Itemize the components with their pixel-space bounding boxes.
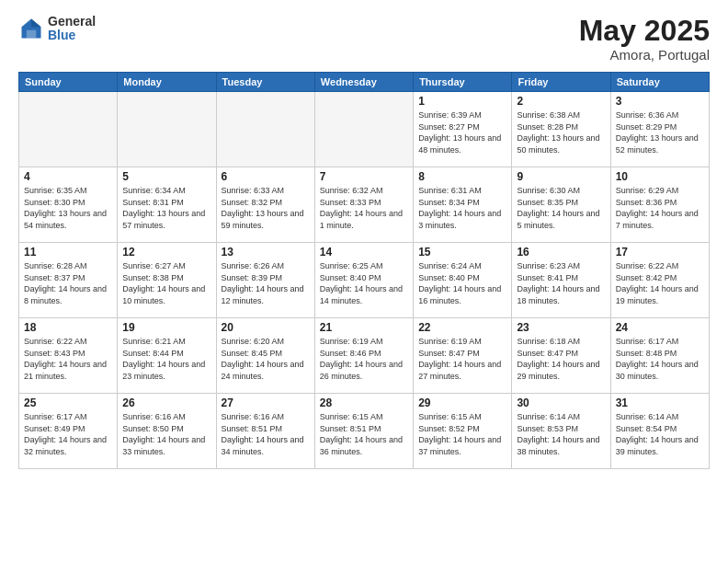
table-row: 17Sunrise: 6:22 AM Sunset: 8:42 PM Dayli… bbox=[610, 243, 709, 318]
table-row: 4Sunrise: 6:35 AM Sunset: 8:30 PM Daylig… bbox=[19, 167, 118, 243]
day-info: Sunrise: 6:23 AM Sunset: 8:41 PM Dayligh… bbox=[517, 260, 605, 306]
table-row: 3Sunrise: 6:36 AM Sunset: 8:29 PM Daylig… bbox=[610, 92, 709, 167]
day-info: Sunrise: 6:17 AM Sunset: 8:48 PM Dayligh… bbox=[616, 336, 704, 382]
svg-rect-2 bbox=[27, 30, 37, 39]
day-info: Sunrise: 6:17 AM Sunset: 8:49 PM Dayligh… bbox=[24, 411, 112, 457]
table-row: 6Sunrise: 6:33 AM Sunset: 8:32 PM Daylig… bbox=[216, 167, 314, 243]
header: General Blue May 2025 Amora, Portugal bbox=[18, 15, 710, 63]
day-info: Sunrise: 6:15 AM Sunset: 8:51 PM Dayligh… bbox=[320, 411, 408, 457]
calendar-week-row: 18Sunrise: 6:22 AM Sunset: 8:43 PM Dayli… bbox=[19, 318, 710, 394]
day-info: Sunrise: 6:20 AM Sunset: 8:45 PM Dayligh… bbox=[222, 336, 310, 382]
day-number: 12 bbox=[122, 246, 210, 259]
calendar-week-row: 11Sunrise: 6:28 AM Sunset: 8:37 PM Dayli… bbox=[19, 243, 710, 318]
logo: General Blue bbox=[18, 15, 96, 43]
table-row: 24Sunrise: 6:17 AM Sunset: 8:48 PM Dayli… bbox=[610, 318, 709, 394]
logo-blue-text: Blue bbox=[48, 29, 96, 42]
title-location: Amora, Portugal bbox=[579, 47, 710, 63]
day-number: 14 bbox=[320, 246, 408, 259]
day-info: Sunrise: 6:15 AM Sunset: 8:52 PM Dayligh… bbox=[418, 411, 506, 457]
day-info: Sunrise: 6:29 AM Sunset: 8:36 PM Dayligh… bbox=[616, 185, 704, 231]
table-row: 8Sunrise: 6:31 AM Sunset: 8:34 PM Daylig… bbox=[414, 167, 512, 243]
logo-text: General Blue bbox=[48, 15, 96, 43]
table-row: 15Sunrise: 6:24 AM Sunset: 8:40 PM Dayli… bbox=[414, 243, 512, 318]
day-number: 18 bbox=[24, 321, 112, 334]
table-row: 10Sunrise: 6:29 AM Sunset: 8:36 PM Dayli… bbox=[610, 167, 709, 243]
calendar-week-row: 1Sunrise: 6:39 AM Sunset: 8:27 PM Daylig… bbox=[19, 92, 710, 167]
day-number: 23 bbox=[517, 321, 605, 334]
day-number: 30 bbox=[517, 396, 605, 409]
day-info: Sunrise: 6:19 AM Sunset: 8:46 PM Dayligh… bbox=[320, 336, 408, 382]
table-row bbox=[118, 92, 216, 167]
day-info: Sunrise: 6:27 AM Sunset: 8:38 PM Dayligh… bbox=[122, 260, 210, 306]
header-wednesday: Wednesday bbox=[314, 73, 413, 92]
table-row: 2Sunrise: 6:38 AM Sunset: 8:28 PM Daylig… bbox=[512, 92, 610, 167]
table-row: 23Sunrise: 6:18 AM Sunset: 8:47 PM Dayli… bbox=[512, 318, 610, 394]
calendar-week-row: 25Sunrise: 6:17 AM Sunset: 8:49 PM Dayli… bbox=[19, 394, 710, 469]
table-row bbox=[216, 92, 314, 167]
day-number: 2 bbox=[517, 95, 605, 108]
day-info: Sunrise: 6:21 AM Sunset: 8:44 PM Dayligh… bbox=[122, 336, 210, 382]
day-number: 28 bbox=[320, 396, 408, 409]
table-row: 14Sunrise: 6:25 AM Sunset: 8:40 PM Dayli… bbox=[314, 243, 413, 318]
day-number: 4 bbox=[24, 170, 112, 183]
day-info: Sunrise: 6:33 AM Sunset: 8:32 PM Dayligh… bbox=[222, 185, 310, 231]
title-block: May 2025 Amora, Portugal bbox=[579, 15, 710, 63]
day-number: 9 bbox=[517, 170, 605, 183]
table-row: 27Sunrise: 6:16 AM Sunset: 8:51 PM Dayli… bbox=[216, 394, 314, 469]
header-friday: Friday bbox=[512, 73, 610, 92]
day-number: 8 bbox=[418, 170, 506, 183]
day-number: 13 bbox=[222, 246, 310, 259]
table-row: 31Sunrise: 6:14 AM Sunset: 8:54 PM Dayli… bbox=[610, 394, 709, 469]
day-info: Sunrise: 6:22 AM Sunset: 8:43 PM Dayligh… bbox=[24, 336, 112, 382]
table-row: 11Sunrise: 6:28 AM Sunset: 8:37 PM Dayli… bbox=[19, 243, 118, 318]
header-monday: Monday bbox=[118, 73, 216, 92]
header-saturday: Saturday bbox=[610, 73, 709, 92]
table-row: 30Sunrise: 6:14 AM Sunset: 8:53 PM Dayli… bbox=[512, 394, 610, 469]
day-info: Sunrise: 6:25 AM Sunset: 8:40 PM Dayligh… bbox=[320, 260, 408, 306]
day-number: 19 bbox=[122, 321, 210, 334]
day-info: Sunrise: 6:31 AM Sunset: 8:34 PM Dayligh… bbox=[418, 185, 506, 231]
day-info: Sunrise: 6:39 AM Sunset: 8:27 PM Dayligh… bbox=[418, 109, 506, 155]
logo-general-text: General bbox=[48, 15, 96, 29]
calendar-week-row: 4Sunrise: 6:35 AM Sunset: 8:30 PM Daylig… bbox=[19, 167, 710, 243]
title-month: May 2025 bbox=[579, 15, 710, 47]
day-info: Sunrise: 6:18 AM Sunset: 8:47 PM Dayligh… bbox=[517, 336, 605, 382]
calendar: Sunday Monday Tuesday Wednesday Thursday… bbox=[18, 72, 710, 469]
day-number: 21 bbox=[320, 321, 408, 334]
day-info: Sunrise: 6:32 AM Sunset: 8:33 PM Dayligh… bbox=[320, 185, 408, 231]
table-row: 1Sunrise: 6:39 AM Sunset: 8:27 PM Daylig… bbox=[414, 92, 512, 167]
logo-icon bbox=[18, 16, 44, 41]
header-sunday: Sunday bbox=[19, 73, 118, 92]
table-row: 25Sunrise: 6:17 AM Sunset: 8:49 PM Dayli… bbox=[19, 394, 118, 469]
svg-marker-1 bbox=[31, 19, 41, 28]
header-tuesday: Tuesday bbox=[216, 73, 314, 92]
day-info: Sunrise: 6:26 AM Sunset: 8:39 PM Dayligh… bbox=[222, 260, 310, 306]
weekday-header-row: Sunday Monday Tuesday Wednesday Thursday… bbox=[19, 73, 710, 92]
day-number: 22 bbox=[418, 321, 506, 334]
day-info: Sunrise: 6:38 AM Sunset: 8:28 PM Dayligh… bbox=[517, 109, 605, 155]
table-row: 28Sunrise: 6:15 AM Sunset: 8:51 PM Dayli… bbox=[314, 394, 413, 469]
day-number: 26 bbox=[122, 396, 210, 409]
day-info: Sunrise: 6:34 AM Sunset: 8:31 PM Dayligh… bbox=[122, 185, 210, 231]
day-info: Sunrise: 6:30 AM Sunset: 8:35 PM Dayligh… bbox=[517, 185, 605, 231]
day-number: 1 bbox=[418, 95, 506, 108]
day-info: Sunrise: 6:24 AM Sunset: 8:40 PM Dayligh… bbox=[418, 260, 506, 306]
table-row bbox=[314, 92, 413, 167]
day-number: 31 bbox=[616, 396, 704, 409]
page: General Blue May 2025 Amora, Portugal Su… bbox=[0, 0, 728, 563]
day-number: 27 bbox=[222, 396, 310, 409]
day-info: Sunrise: 6:35 AM Sunset: 8:30 PM Dayligh… bbox=[24, 185, 112, 231]
header-thursday: Thursday bbox=[414, 73, 512, 92]
day-info: Sunrise: 6:22 AM Sunset: 8:42 PM Dayligh… bbox=[616, 260, 704, 306]
table-row: 12Sunrise: 6:27 AM Sunset: 8:38 PM Dayli… bbox=[118, 243, 216, 318]
table-row: 19Sunrise: 6:21 AM Sunset: 8:44 PM Dayli… bbox=[118, 318, 216, 394]
day-number: 7 bbox=[320, 170, 408, 183]
table-row: 5Sunrise: 6:34 AM Sunset: 8:31 PM Daylig… bbox=[118, 167, 216, 243]
table-row: 16Sunrise: 6:23 AM Sunset: 8:41 PM Dayli… bbox=[512, 243, 610, 318]
day-info: Sunrise: 6:14 AM Sunset: 8:53 PM Dayligh… bbox=[517, 411, 605, 457]
day-number: 29 bbox=[418, 396, 506, 409]
table-row: 26Sunrise: 6:16 AM Sunset: 8:50 PM Dayli… bbox=[118, 394, 216, 469]
day-number: 16 bbox=[517, 246, 605, 259]
table-row: 9Sunrise: 6:30 AM Sunset: 8:35 PM Daylig… bbox=[512, 167, 610, 243]
table-row bbox=[19, 92, 118, 167]
